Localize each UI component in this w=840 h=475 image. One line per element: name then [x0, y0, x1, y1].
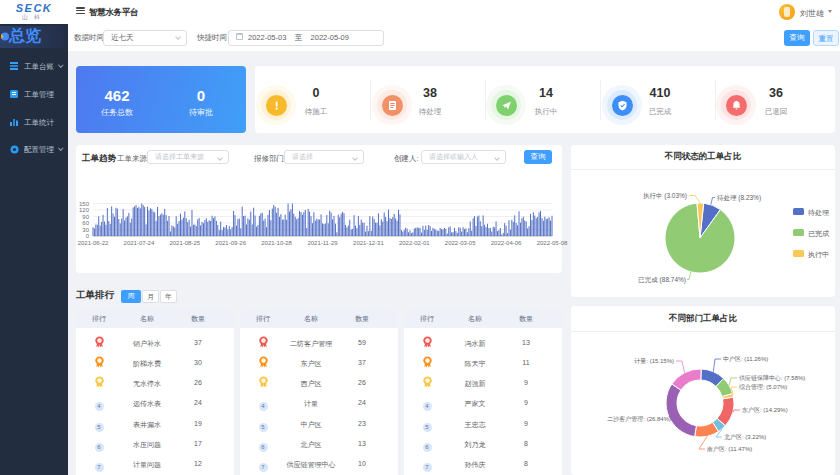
- svg-text:二沙客户管理: (26.84%): 二沙客户管理: (26.84%): [607, 415, 671, 423]
- svg-text:北户区: (3.22%): 北户区: (3.22%): [724, 433, 766, 441]
- svg-text:待处理: 待处理: [808, 209, 829, 217]
- svg-text:已完成: 已完成: [808, 230, 829, 238]
- svg-text:供应链保障中心: (7.58%): 供应链保障中心: (7.58%): [739, 374, 805, 382]
- svg-text:东户区: (14.29%): 东户区: (14.29%): [742, 406, 788, 413]
- svg-text:中户区: (11.26%): 中户区: (11.26%): [723, 355, 768, 362]
- svg-text:计量: (15.15%): 计量: (15.15%): [634, 358, 674, 364]
- svg-text:待处理 (8.23%): 待处理 (8.23%): [717, 194, 761, 202]
- svg-text:综合管理: (5.07%): 综合管理: (5.07%): [739, 383, 787, 391]
- svg-text:南户区: (11.47%): 南户区: (11.47%): [707, 445, 752, 452]
- svg-text:执行中 (3.03%): 执行中 (3.03%): [643, 192, 687, 200]
- svg-text:已完成 (88.74%): 已完成 (88.74%): [638, 276, 686, 284]
- svg-text:执行中: 执行中: [808, 251, 829, 259]
